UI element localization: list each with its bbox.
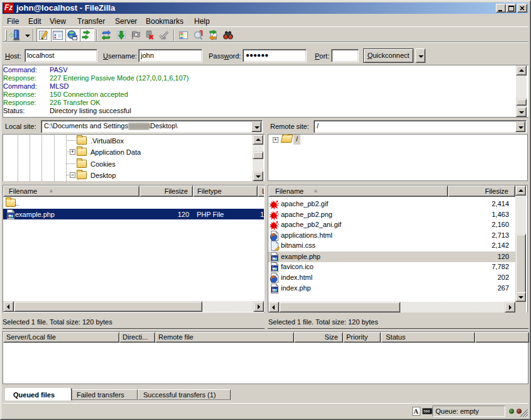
- svg-text:A: A: [413, 407, 419, 415]
